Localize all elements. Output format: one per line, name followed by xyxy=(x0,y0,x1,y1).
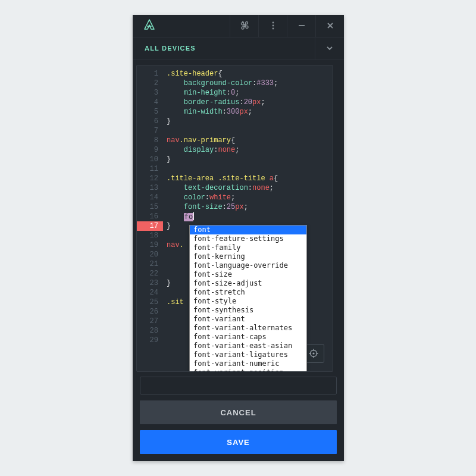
close-button[interactable] xyxy=(315,15,344,37)
autocomplete-popup: fontfont-feature-settingsfont-familyfont… xyxy=(189,225,307,372)
command-icon xyxy=(240,21,249,30)
code-editor[interactable]: 1234567891011121314151617181920212223242… xyxy=(136,65,333,372)
autocomplete-item[interactable]: font-kerning xyxy=(190,252,306,261)
svg-point-2 xyxy=(272,25,274,27)
autocomplete-item[interactable]: font-style xyxy=(190,297,306,306)
autocomplete-item[interactable]: font-language-override xyxy=(190,261,306,270)
autocomplete-item[interactable]: font xyxy=(190,226,306,234)
minimize-icon xyxy=(298,21,306,30)
autocomplete-item[interactable]: font-synthesis xyxy=(190,306,306,315)
editor-area: 1234567891011121314151617181920212223242… xyxy=(133,60,344,377)
target-icon xyxy=(309,349,318,358)
minimize-button[interactable] xyxy=(287,15,315,37)
autocomplete-item[interactable]: font-variant-caps xyxy=(190,333,306,342)
titlebar xyxy=(133,15,344,37)
css-editor-panel: ALL DEVICES 1234567891011121314151617181… xyxy=(133,15,344,461)
svg-point-8 xyxy=(312,352,314,354)
more-options-button[interactable] xyxy=(258,15,287,37)
device-selector-label[interactable]: ALL DEVICES xyxy=(133,37,315,60)
autocomplete-item[interactable]: font-size-adjust xyxy=(190,279,306,288)
autocomplete-item[interactable]: font-variant-position xyxy=(190,368,306,372)
device-selector-row: ALL DEVICES xyxy=(133,37,344,60)
autocomplete-item[interactable]: font-family xyxy=(190,243,306,252)
autocomplete-item[interactable]: font-variant-ligatures xyxy=(190,350,306,359)
autocomplete-item[interactable]: font-variant xyxy=(190,315,306,324)
cancel-button[interactable]: CANCEL xyxy=(140,400,337,424)
app-logo-area xyxy=(133,15,230,37)
autocomplete-item[interactable]: font-size xyxy=(190,270,306,279)
close-icon xyxy=(326,21,334,30)
autocomplete-item[interactable]: font-variant-east-asian xyxy=(190,342,306,350)
line-number-gutter: 1234567891011121314151617181920212223242… xyxy=(137,65,163,371)
svg-point-3 xyxy=(272,28,274,30)
app-logo-icon xyxy=(143,19,155,32)
footer-buttons: CANCEL SAVE xyxy=(133,400,344,461)
selector-input[interactable] xyxy=(140,377,337,394)
chevron-down-icon xyxy=(325,44,334,52)
autocomplete-item[interactable]: font-variant-numeric xyxy=(190,359,306,368)
save-button[interactable]: SAVE xyxy=(140,430,337,454)
device-selector-toggle[interactable] xyxy=(315,37,344,60)
autocomplete-item[interactable]: font-feature-settings xyxy=(190,234,306,243)
autocomplete-item[interactable]: font-variant-alternates xyxy=(190,324,306,333)
keyboard-shortcuts-button[interactable] xyxy=(230,15,258,37)
autocomplete-item[interactable]: font-stretch xyxy=(190,288,306,297)
svg-point-1 xyxy=(272,22,274,24)
kebab-icon xyxy=(272,21,274,30)
